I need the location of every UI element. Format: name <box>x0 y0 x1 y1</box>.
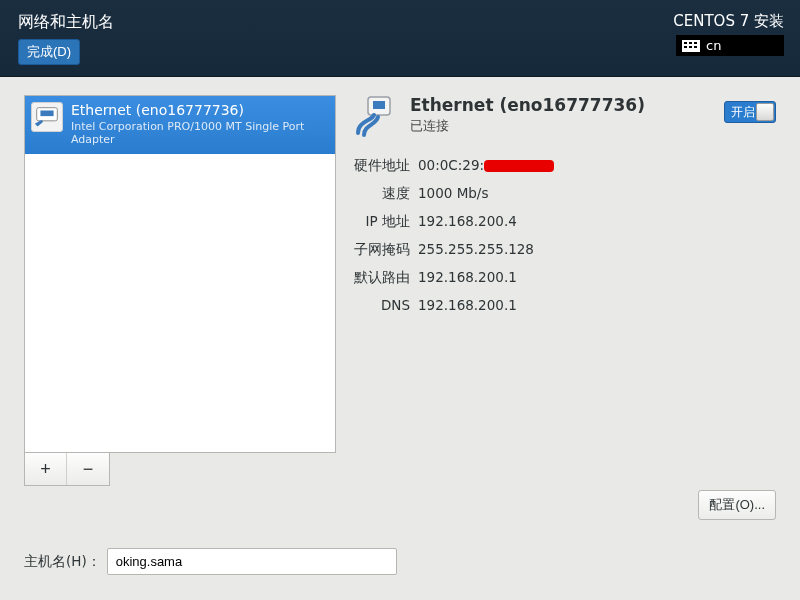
page-title: 网络和主机名 <box>18 8 114 33</box>
interface-description: Intel Corporation PRO/1000 MT Single Por… <box>71 120 325 146</box>
hostname-label: 主机名(H)： <box>24 553 101 571</box>
dns-value: 192.168.200.1 <box>418 297 517 313</box>
speed-label: 速度 <box>354 185 410 203</box>
detail-gateway: 默认路由 192.168.200.1 <box>354 269 776 287</box>
connection-status: 已连接 <box>410 117 645 135</box>
keyboard-layout-indicator[interactable]: cn <box>676 35 784 56</box>
lang-code: cn <box>706 38 721 53</box>
header: 网络和主机名 完成(D) CENTOS 7 安装 cn <box>0 0 800 77</box>
interface-name: Ethernet (eno16777736) <box>71 102 325 118</box>
interface-panel: Ethernet (eno16777736) Intel Corporation… <box>24 95 336 486</box>
svg-rect-1 <box>40 111 53 117</box>
nic-icon <box>31 102 63 132</box>
svg-rect-3 <box>373 101 385 109</box>
remove-interface-button[interactable]: − <box>67 453 109 485</box>
interface-title: Ethernet (eno16777736) <box>410 95 645 115</box>
toggle-wrap: 开启 <box>724 101 776 123</box>
hw-value: 00:0C:29: <box>418 157 554 175</box>
add-interface-button[interactable]: + <box>25 453 67 485</box>
toggle-label: 开启 <box>731 104 755 121</box>
detail-mask: 子网掩码 255.255.255.128 <box>354 241 776 259</box>
ethernet-icon <box>354 95 398 139</box>
detail-speed: 速度 1000 Mb/s <box>354 185 776 203</box>
ip-label: IP 地址 <box>354 213 410 231</box>
detail-ip: IP 地址 192.168.200.4 <box>354 213 776 231</box>
gw-label: 默认路由 <box>354 269 410 287</box>
mask-value: 255.255.255.128 <box>418 241 534 259</box>
ip-value: 192.168.200.4 <box>418 213 517 231</box>
installer-title: CENTOS 7 安装 <box>673 12 784 31</box>
list-actions: + − <box>24 453 110 486</box>
main-row: Ethernet (eno16777736) Intel Corporation… <box>24 95 776 486</box>
content: Ethernet (eno16777736) Intel Corporation… <box>0 77 800 600</box>
redacted-mac <box>484 160 554 172</box>
detail-hw: 硬件地址 00:0C:29: <box>354 157 776 175</box>
network-details: 硬件地址 00:0C:29: 速度 1000 Mb/s IP 地址 192.16… <box>354 157 776 313</box>
config-row: 配置(O)... <box>24 490 776 520</box>
mask-label: 子网掩码 <box>354 241 410 259</box>
detail-dns: DNS 192.168.200.1 <box>354 297 776 313</box>
details-header: Ethernet (eno16777736) 已连接 开启 <box>354 95 776 139</box>
hostname-input[interactable] <box>107 548 397 575</box>
toggle-knob <box>756 103 774 121</box>
interface-details-panel: Ethernet (eno16777736) 已连接 开启 硬件地址 00:0C… <box>354 95 776 486</box>
header-left: 网络和主机名 完成(D) <box>18 8 114 68</box>
hw-label: 硬件地址 <box>354 157 410 175</box>
connection-toggle[interactable]: 开启 <box>724 101 776 123</box>
done-button[interactable]: 完成(D) <box>18 39 80 65</box>
dns-label: DNS <box>354 297 410 313</box>
configure-button[interactable]: 配置(O)... <box>698 490 776 520</box>
interface-list[interactable]: Ethernet (eno16777736) Intel Corporation… <box>24 95 336 453</box>
gw-value: 192.168.200.1 <box>418 269 517 287</box>
interface-item[interactable]: Ethernet (eno16777736) Intel Corporation… <box>25 96 335 154</box>
keyboard-icon <box>682 40 700 52</box>
header-right: CENTOS 7 安装 cn <box>673 8 784 68</box>
speed-value: 1000 Mb/s <box>418 185 488 203</box>
hostname-row: 主机名(H)： <box>24 548 776 575</box>
